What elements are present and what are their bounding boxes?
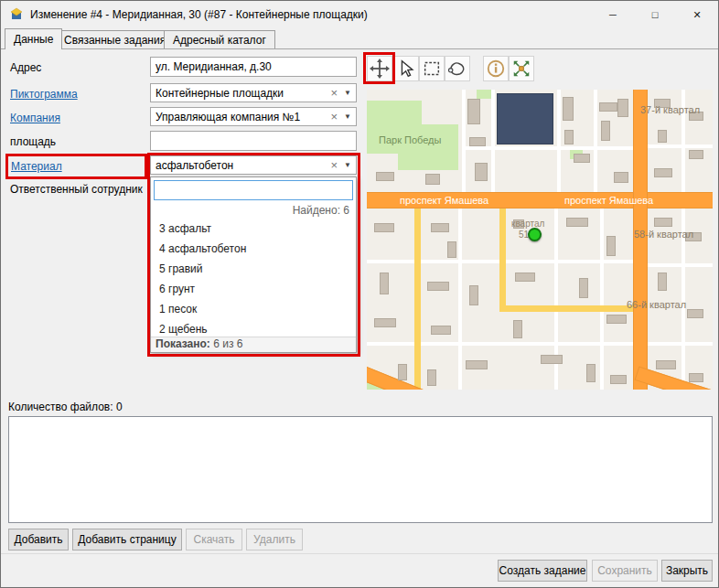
map-building xyxy=(586,364,596,382)
map-road-avenue xyxy=(633,90,648,390)
map-tool-extent-button[interactable] xyxy=(509,56,534,81)
map-tool-rect-select-button[interactable] xyxy=(419,56,445,81)
map-building xyxy=(606,315,627,324)
company-link[interactable]: Компания xyxy=(10,112,60,124)
map-label-park: Парк Победы xyxy=(379,134,441,145)
material-search-input[interactable] xyxy=(154,180,353,200)
dropdown-item[interactable]: 5 гравий xyxy=(151,259,356,279)
titlebar: Изменение #4 - Меридианная, 30 (#87 - Ко… xyxy=(1,1,718,28)
map-building xyxy=(563,97,574,121)
map-building xyxy=(541,355,563,364)
material-combo[interactable]: асфальтобетон × ▼ xyxy=(150,155,357,175)
map-building xyxy=(515,273,535,282)
map-building xyxy=(566,218,588,227)
move-icon xyxy=(370,59,390,79)
map-building xyxy=(614,172,628,183)
map-building-mall xyxy=(497,93,553,144)
map-building xyxy=(689,373,703,382)
address-label: Адрес xyxy=(10,61,41,74)
map-building xyxy=(469,285,478,305)
map-building xyxy=(610,375,627,384)
map-building xyxy=(469,137,486,146)
map-building xyxy=(466,360,488,369)
map-tool-select-button[interactable] xyxy=(393,56,419,81)
tab-linked-tasks[interactable]: Связанные задания xyxy=(55,30,175,48)
map-building xyxy=(579,278,588,298)
clear-icon[interactable]: × xyxy=(327,111,344,123)
map-building xyxy=(398,364,407,380)
map-park-area xyxy=(398,124,458,170)
lasso-icon xyxy=(447,59,467,79)
map-building xyxy=(513,320,522,338)
dropdown-found-count: Найдено: 6 xyxy=(293,204,349,217)
map-building xyxy=(475,163,488,181)
map-building xyxy=(617,99,628,117)
chevron-down-icon[interactable]: ▼ xyxy=(344,90,351,97)
map-street xyxy=(367,342,633,346)
map-tool-info-button[interactable] xyxy=(483,56,509,81)
map-tool-lasso-button[interactable] xyxy=(445,56,470,81)
map-building xyxy=(376,172,394,181)
map-building xyxy=(656,360,676,369)
minimize-button[interactable]: ─ xyxy=(592,1,634,28)
chevron-down-icon[interactable]: ▼ xyxy=(344,162,351,169)
cursor-icon xyxy=(396,59,416,79)
info-icon xyxy=(486,59,506,79)
map-building xyxy=(574,154,590,163)
map-park-area xyxy=(477,90,491,99)
tab-address-catalog[interactable]: Адресный каталог xyxy=(164,30,275,48)
create-task-button[interactable]: Создать задание xyxy=(498,560,587,582)
map-label-quarter-51: квартал xyxy=(511,219,544,229)
dropdown-shown-value: 6 из 6 xyxy=(210,337,243,350)
add-file-button[interactable]: Добавить xyxy=(8,529,69,551)
map-label-avenue: проспект Ямашева xyxy=(400,195,488,206)
map-label-quarter-58: 58-й квартал xyxy=(634,229,693,240)
company-combo[interactable]: Управляющая компания №1 × ▼ xyxy=(150,107,357,126)
footer-divider xyxy=(1,553,719,554)
dropdown-item[interactable]: 3 асфальт xyxy=(151,219,356,239)
maximize-button[interactable]: □ xyxy=(634,1,676,28)
delete-file-button[interactable]: Удалить xyxy=(246,529,303,551)
map-building xyxy=(601,121,610,141)
tab-data[interactable]: Данные xyxy=(5,28,62,49)
close-button[interactable]: ✕ xyxy=(676,1,718,28)
map-label-quarter-66: 66-й квартал xyxy=(627,299,686,310)
map-road-secondary xyxy=(499,208,506,311)
clear-icon[interactable]: × xyxy=(327,159,344,171)
map-building xyxy=(427,369,436,386)
window-controls: ─ □ ✕ xyxy=(592,1,718,28)
window-title: Изменение #4 - Меридианная, 30 (#87 - Ко… xyxy=(30,8,368,21)
address-input[interactable] xyxy=(150,57,357,77)
dropdown-item[interactable]: 6 грунт xyxy=(151,279,356,299)
area-input[interactable] xyxy=(150,131,357,151)
dialog-window: Изменение #4 - Меридианная, 30 (#87 - Ко… xyxy=(0,0,719,588)
dropdown-item-list: 3 асфальт 4 асфальтобетон 5 гравий 6 гру… xyxy=(151,219,356,339)
map-tool-move-button[interactable] xyxy=(367,56,392,81)
files-list[interactable] xyxy=(8,416,713,523)
map-label-avenue: проспект Ямашева xyxy=(564,195,653,206)
files-count-label: Количество файлов: 0 xyxy=(8,401,123,413)
material-link[interactable]: Материал xyxy=(11,160,62,173)
chevron-down-icon[interactable]: ▼ xyxy=(344,113,351,121)
map-building xyxy=(599,102,617,112)
map-building xyxy=(431,326,451,335)
map-building xyxy=(658,273,667,291)
map-building xyxy=(606,236,616,256)
map-road-secondary xyxy=(499,305,633,312)
map-marker[interactable] xyxy=(528,228,542,241)
clear-icon[interactable]: × xyxy=(327,87,344,99)
map-street xyxy=(462,90,466,192)
close-dialog-button[interactable]: Закрыть xyxy=(661,560,713,582)
pictogram-combo[interactable]: Контейнерные площадки × ▼ xyxy=(150,83,357,102)
dropdown-shown-count: Показано: 6 из 6 xyxy=(151,337,356,352)
download-file-button[interactable]: Скачать xyxy=(186,529,242,551)
pictogram-link[interactable]: Пиктограмма xyxy=(10,88,78,101)
map-building xyxy=(654,218,672,227)
save-button[interactable]: Сохранить xyxy=(592,560,658,582)
map-street xyxy=(491,90,495,192)
dropdown-item[interactable]: 4 асфальтобетон xyxy=(151,239,356,259)
map[interactable]: Парк Победы проспект Ямашева проспект Ям… xyxy=(367,90,713,390)
dropdown-item[interactable]: 1 песок xyxy=(151,299,356,319)
add-page-button[interactable]: Добавить страницу xyxy=(72,529,182,551)
app-icon xyxy=(9,6,24,24)
